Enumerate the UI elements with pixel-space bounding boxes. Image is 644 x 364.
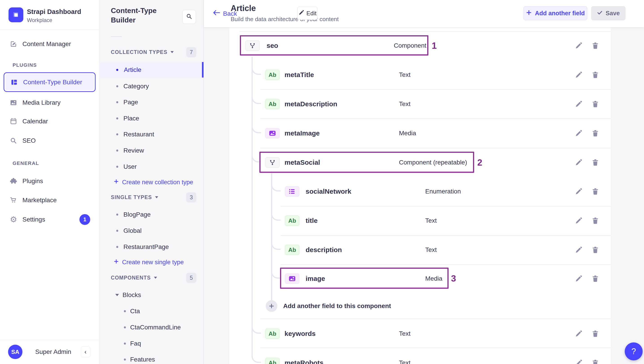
delete-field-button[interactable]	[592, 129, 599, 137]
subnav-divider	[111, 36, 122, 37]
field-row-metatitle[interactable]: Ab metaTitle Text	[229, 60, 611, 89]
component-group-blocks[interactable]: Blocks	[115, 291, 141, 299]
sidebar-item-seo[interactable]: SEO	[0, 133, 99, 148]
sidebar-item-marketplace[interactable]: Marketplace	[0, 192, 99, 208]
sidebar-item-plugins[interactable]: Plugins	[0, 173, 99, 189]
components-header[interactable]: COMPONENTS	[111, 275, 157, 281]
field-type: Media	[399, 130, 416, 137]
edit-field-button[interactable]	[575, 129, 582, 137]
workspace-title: Strapi Dashboard	[27, 8, 81, 16]
delete-field-button[interactable]	[592, 246, 599, 254]
delete-field-button[interactable]	[592, 42, 599, 49]
delete-field-button[interactable]	[592, 100, 599, 108]
plus-icon	[114, 259, 119, 266]
collapse-sidebar-button[interactable]: ‹	[81, 346, 90, 357]
calendar-icon	[10, 118, 17, 125]
edit-field-button[interactable]	[575, 188, 582, 195]
field-name: metaRobots	[284, 359, 323, 364]
field-type: Component	[394, 42, 426, 49]
field-type: Enumeration	[425, 188, 461, 195]
sidebar-item-calendar[interactable]: Calendar	[0, 113, 99, 129]
edit-field-button[interactable]	[575, 359, 582, 364]
edit-field-button[interactable]	[575, 159, 582, 166]
delete-field-button[interactable]	[592, 330, 599, 337]
avatar[interactable]: SA	[8, 345, 22, 359]
field-name: image	[306, 275, 325, 282]
text-field-icon: Ab	[265, 99, 280, 109]
subnav-item-label: Article	[124, 66, 141, 73]
delete-field-button[interactable]	[592, 275, 599, 282]
add-field-to-component-row[interactable]: Add another field to this component	[229, 291, 611, 321]
delete-field-button[interactable]	[592, 188, 599, 195]
edit-field-button[interactable]	[575, 42, 582, 49]
subnav-item-user[interactable]: User	[99, 160, 204, 174]
edit-field-button[interactable]	[575, 330, 582, 337]
subnav-item-restaurant[interactable]: Restaurant	[99, 127, 204, 141]
search-button[interactable]	[182, 10, 196, 24]
subnav-item-blogpage[interactable]: BlogPage	[99, 208, 204, 222]
field-row-socialnetwork[interactable]: socialNetwork Enumeration	[229, 177, 611, 206]
collection-types-label: COLLECTION TYPES	[111, 49, 168, 55]
create-collection-type-link[interactable]: Create new collection type	[114, 179, 193, 186]
bullet-icon	[116, 230, 118, 232]
sidebar-item-label: Media Library	[22, 99, 60, 106]
bullet-icon	[116, 166, 118, 168]
field-row-description[interactable]: Ab description Text	[229, 235, 611, 264]
subnav-item-review[interactable]: Review	[99, 144, 204, 157]
field-row-image[interactable]: image Media	[229, 264, 611, 293]
single-types-header[interactable]: SINGLE TYPES	[111, 194, 158, 201]
subnav-item-article[interactable]: Article	[100, 62, 204, 78]
brand-block[interactable]: Strapi Dashboard Workplace	[0, 0, 99, 30]
edit-button[interactable]: Edit	[297, 7, 318, 20]
bullet-icon	[116, 150, 118, 152]
single-types-count: 3	[186, 192, 196, 203]
question-mark-icon: ?	[632, 347, 636, 356]
field-type: Text	[399, 71, 410, 78]
annotation-number-2: 2	[477, 157, 482, 168]
field-row-metaimage[interactable]: metaImage Media	[229, 119, 611, 148]
save-button[interactable]: Save	[591, 6, 626, 20]
subnav-item-ctacommandline[interactable]: CtaCommandLine	[99, 320, 204, 334]
subnav-item-features[interactable]: Features	[99, 352, 204, 364]
edit-field-button[interactable]	[575, 100, 582, 108]
help-button[interactable]: ?	[625, 342, 643, 360]
delete-field-button[interactable]	[592, 71, 599, 79]
media-field-icon	[285, 273, 299, 284]
field-row-metarobots[interactable]: Ab metaRobots Text	[229, 348, 611, 364]
field-row-metadescription[interactable]: Ab metaDescription Text	[229, 89, 611, 119]
field-name: metaImage	[284, 129, 320, 137]
subnav-item-category[interactable]: Category	[99, 79, 204, 93]
field-row-keywords[interactable]: Ab keywords Text	[229, 319, 611, 348]
sidebar-item-label: Marketplace	[22, 197, 57, 204]
sidebar-item-content-type-builder[interactable]: Content-Type Builder	[4, 72, 96, 92]
sidebar-item-media-library[interactable]: Media Library	[0, 95, 99, 111]
delete-field-button[interactable]	[592, 359, 599, 364]
subnav-item-cta[interactable]: Cta	[99, 304, 204, 318]
edit-field-button[interactable]	[575, 246, 582, 254]
field-row-metasocial[interactable]: metaSocial Component (repeatable)	[229, 148, 611, 177]
bullet-icon	[116, 246, 118, 248]
collection-types-header[interactable]: COLLECTION TYPES	[111, 49, 174, 55]
bullet-icon	[116, 85, 118, 87]
plugins-section-label: PLUGINS	[12, 62, 37, 68]
general-section-label: GENERAL	[12, 160, 39, 166]
bullet-icon	[124, 310, 126, 312]
workspace-subtitle: Workplace	[27, 17, 52, 23]
pencil-icon	[298, 10, 304, 17]
subnav-item-place[interactable]: Place	[99, 111, 204, 125]
subnav-item-global[interactable]: Global	[99, 224, 204, 238]
add-another-field-button[interactable]: Add another field	[524, 6, 587, 20]
edit-field-button[interactable]	[575, 275, 582, 282]
subnav-item-restaurantpage[interactable]: RestaurantPage	[99, 240, 204, 254]
create-single-type-link[interactable]: Create new single type	[114, 259, 184, 266]
edit-field-button[interactable]	[575, 217, 582, 225]
field-row-title[interactable]: Ab title Text	[229, 206, 611, 235]
subnav-item-page[interactable]: Page	[99, 95, 204, 109]
subnav-item-faq[interactable]: Faq	[99, 337, 204, 350]
delete-field-button[interactable]	[592, 217, 599, 225]
plus-circle-icon[interactable]	[266, 300, 277, 312]
sidebar-item-content-manager[interactable]: Content Manager	[0, 36, 99, 52]
edit-field-button[interactable]	[575, 71, 582, 79]
delete-field-button[interactable]	[592, 159, 599, 166]
field-row-seo[interactable]: seo Component	[229, 31, 611, 60]
